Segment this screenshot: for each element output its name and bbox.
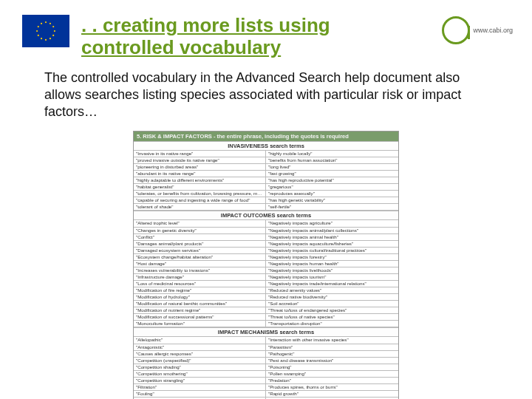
- table-row: "Competition smothering""Pollen swamping…: [134, 371, 398, 378]
- table-row: "habitat generalist""gregarious": [134, 184, 398, 191]
- svg-point-3: [54, 30, 55, 32]
- table-row: "Modification of successional patterns""…: [134, 314, 398, 321]
- term-cell: "Conflict": [134, 234, 266, 240]
- table-row: "Invasive in its native range""highly mo…: [134, 151, 398, 157]
- term-cell: "Altered trophic level": [134, 220, 266, 226]
- table-row: "Fouling""Rapid growth": [134, 391, 398, 398]
- table-row: "Changes in genetic diversity""Negativel…: [134, 228, 398, 234]
- term-cell: "Negatively impacts livelihoods": [266, 267, 398, 273]
- term-cell: "capable of securing and ingesting a wid…: [134, 197, 266, 203]
- table-row: "Loss of medicinal resources""Negatively…: [134, 281, 398, 287]
- table-row: "tolerates, or benefits from cultivation…: [134, 191, 398, 197]
- table-row: "Infrastructure damage""Negatively impac…: [134, 274, 398, 281]
- term-cell: "Host damage": [134, 261, 266, 267]
- term-cell: "Modification of hydrology": [134, 294, 266, 300]
- term-cell: "Poisoning": [266, 364, 398, 370]
- term-cell: "Soil accretion": [266, 301, 398, 307]
- table-row: "Altered trophic level""Negatively impac…: [134, 220, 398, 227]
- svg-point-6: [45, 39, 47, 41]
- term-cell: "Negatively impacts agriculture": [266, 220, 398, 226]
- term-cell: "Negatively impacts trade/international …: [266, 281, 398, 287]
- term-cell: "abundant in its native range": [134, 171, 266, 177]
- term-cell: "Pathogenic": [266, 351, 398, 357]
- term-cell: "Negatively impacts cultural/traditional…: [266, 248, 398, 253]
- term-cell: "Ecosystem change/habitat alteration": [134, 254, 266, 260]
- term-cell: "Allelopathic": [134, 337, 266, 343]
- term-cell: "Increases vulnerability to invasions": [134, 267, 266, 273]
- term-cell: "Damaged ecosystem services": [134, 248, 266, 253]
- term-cell: "highly adaptable to different environme…: [134, 177, 266, 183]
- term-cell: "Antagonistic": [134, 344, 266, 350]
- term-cell: "Infrastructure damage": [134, 274, 266, 280]
- table-row: "Modification of nutrient regime""Threat…: [134, 307, 398, 314]
- table-row: "Ecosystem change/habitat alteration""Ne…: [134, 254, 398, 261]
- term-cell: "Competition smothering": [134, 371, 266, 377]
- term-cell: "Produces spines, thorns or burrs": [266, 384, 398, 390]
- svg-point-2: [52, 26, 54, 27]
- term-cell: "Competition strangling": [134, 378, 266, 383]
- term-cell: "Monoculture formation": [134, 321, 266, 327]
- term-cell: "Negatively impacts animal health": [266, 234, 398, 240]
- svg-point-9: [36, 30, 38, 32]
- eu-flag-icon: [22, 15, 69, 47]
- table-row: "Host damage""Negatively impacts human h…: [134, 261, 398, 267]
- term-cell: "Modification of natural benthic communi…: [134, 301, 266, 307]
- svg-point-7: [41, 38, 42, 39]
- svg-point-1: [50, 23, 51, 24]
- section-header: 5. RISK & IMPACT FACTORS - the entire ph…: [134, 132, 398, 141]
- term-cell: "long lived": [266, 164, 398, 170]
- term-cell: "Negatively impacts tourism": [266, 274, 398, 280]
- table-row: "Increases vulnerability to invasions""N…: [134, 267, 398, 274]
- table-row: "Causes allergic responses""Pathogenic": [134, 351, 398, 358]
- term-cell: "Threat to/loss of endangered species": [266, 307, 398, 313]
- term-cell: "proved invasive outside its native rang…: [134, 157, 266, 163]
- table-row: "highly adaptable to different environme…: [134, 177, 398, 184]
- table-row: "Damaged ecosystem services""Negatively …: [134, 248, 398, 254]
- term-cell: "gregarious": [266, 184, 398, 190]
- table-row: "Modification of natural benthic communi…: [134, 301, 398, 307]
- term-cell: "Negatively impacts animal/plant collect…: [266, 228, 398, 233]
- term-cell: "Pest and disease transmission": [266, 358, 398, 364]
- slide-title: . . creating more lists using controlled…: [81, 15, 392, 59]
- term-cell: "Changes in genetic diversity": [134, 228, 266, 233]
- cabi-url: www.cabi.org: [473, 27, 513, 34]
- term-cell: "has high reproductive potential": [266, 177, 398, 183]
- term-cell: "Negatively impacts forestry": [266, 254, 398, 260]
- table-row: "Competition (unspecified)""Pest and dis…: [134, 358, 398, 364]
- term-cell: "Threat to/loss of native species": [266, 314, 398, 320]
- term-cell: "Invasive in its native range": [134, 151, 266, 157]
- term-cell: "Parasitism": [266, 344, 398, 350]
- subsection-header: IMPACT OUTCOMES search terms: [134, 211, 398, 220]
- term-cell: "habitat generalist": [134, 184, 266, 190]
- subsection-header: INVASIVENESS search terms: [134, 141, 398, 151]
- term-cell: "Rapid growth": [266, 391, 398, 397]
- cabi-logo: www.cabi.org: [442, 16, 513, 44]
- term-cell: "Fouling": [134, 391, 266, 397]
- svg-point-8: [38, 35, 39, 36]
- term-cell: "reproduces asexually": [266, 191, 398, 197]
- table-row: "tolerant of shade""self-fertile": [134, 204, 398, 211]
- svg-point-11: [41, 23, 42, 24]
- term-cell: "Competition (unspecified)": [134, 358, 266, 364]
- term-cell: "tolerant of shade": [134, 204, 266, 210]
- term-cell: "Competition shading": [134, 364, 266, 370]
- svg-point-5: [50, 38, 51, 39]
- term-cell: "Reduced amenity values": [266, 287, 398, 293]
- term-cell: "Modification of fire regime": [134, 287, 266, 293]
- table-row: "Antagonistic""Parasitism": [134, 344, 398, 351]
- term-cell: "Reduced native biodiversity": [266, 294, 398, 300]
- table-row: "Damages animal/plant products""Negative…: [134, 241, 398, 248]
- term-cell: "Negatively impacts human health": [266, 261, 398, 267]
- term-cell: "Modification of nutrient regime": [134, 307, 266, 313]
- table-row: "abundant in its native range""fast grow…: [134, 171, 398, 177]
- intro-text: The controlled vocabulary in the Advance…: [0, 64, 532, 128]
- term-cell: "benefits from human association": [266, 157, 398, 163]
- svg-point-10: [38, 26, 39, 27]
- term-cell: "Interaction with other invasive species…: [266, 337, 398, 343]
- term-cell: "Filtration": [134, 384, 266, 390]
- term-cell: "Loss of medicinal resources": [134, 281, 266, 287]
- term-cell: "Damages animal/plant products": [134, 241, 266, 247]
- subsection-header: IMPACT MECHANISMS search terms: [134, 327, 398, 337]
- term-cell: "Predation": [266, 378, 398, 383]
- term-cell: "self-fertile": [266, 204, 398, 210]
